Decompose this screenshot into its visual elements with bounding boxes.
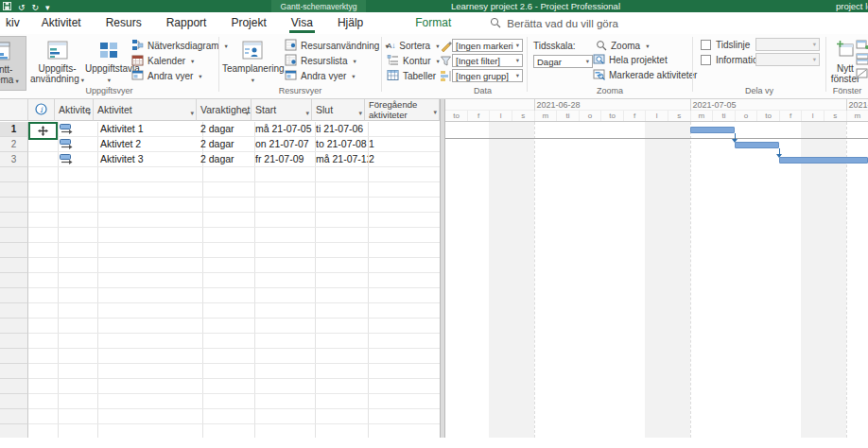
- cell-name[interactable]: [94, 198, 203, 213]
- column-header-slut[interactable]: Slut▾: [312, 99, 365, 121]
- cell-start[interactable]: [252, 243, 316, 258]
- cell-dur[interactable]: [197, 409, 255, 424]
- cell-pred[interactable]: [365, 182, 440, 198]
- column-filter-arrow-icon[interactable]: ▾: [433, 108, 437, 118]
- column-header-mode[interactable]: Aktivite▾: [55, 99, 94, 121]
- ribbon-tab-visa[interactable]: Visa: [279, 13, 325, 33]
- day-header-cell[interactable]: s: [668, 111, 690, 121]
- cell-slut[interactable]: [312, 349, 369, 364]
- cell-pred[interactable]: [365, 334, 440, 349]
- cell-dur[interactable]: [197, 303, 255, 319]
- cell-slut[interactable]: [312, 243, 369, 258]
- gantt-bar-task-3[interactable]: [779, 157, 868, 164]
- selected-cell[interactable]: [28, 122, 58, 140]
- cell-pred[interactable]: [365, 394, 440, 409]
- cell-name[interactable]: [94, 319, 203, 334]
- day-header-cell[interactable]: f: [623, 111, 646, 121]
- cell-num[interactable]: [0, 228, 28, 243]
- cell-pred[interactable]: 2: [365, 152, 440, 167]
- redo-icon[interactable]: ↻: [32, 3, 40, 12]
- cell-dur[interactable]: [197, 198, 255, 213]
- day-header-cell[interactable]: to: [600, 111, 623, 121]
- cell-slut[interactable]: [312, 424, 369, 438]
- cell-dur[interactable]: [197, 349, 255, 364]
- cell-start[interactable]: [252, 228, 316, 243]
- undo-icon[interactable]: ↺: [18, 3, 26, 12]
- cell-start[interactable]: [252, 394, 316, 409]
- cell-mode[interactable]: [55, 424, 98, 438]
- zooma-button[interactable]: Zooma▾: [596, 39, 649, 53]
- markerade-aktiviteter-button[interactable]: Markerade aktiviteter: [593, 68, 697, 82]
- cell-mode[interactable]: [55, 273, 98, 288]
- column-filter-arrow-icon[interactable]: ▾: [305, 110, 309, 117]
- ribbon-tab-rapport[interactable]: Rapport: [154, 13, 219, 33]
- cell-mode[interactable]: [55, 288, 98, 303]
- group-by-combo[interactable]: [Ingen grupp]▾: [452, 69, 523, 82]
- cell-start[interactable]: [252, 273, 316, 288]
- cell-mode[interactable]: [55, 349, 98, 364]
- andra-vyer-resurs-button[interactable]: Andra vyer▾: [285, 69, 356, 83]
- cell-name[interactable]: [94, 167, 203, 182]
- cell-pred[interactable]: [365, 409, 440, 424]
- cell-start[interactable]: [252, 182, 316, 198]
- day-header-cell[interactable]: m: [690, 111, 713, 121]
- cell-slut[interactable]: [312, 379, 369, 394]
- cell-pred[interactable]: [365, 349, 440, 364]
- cell-dur[interactable]: 2 dagar: [197, 152, 255, 167]
- day-header-cell[interactable]: ti: [712, 111, 735, 121]
- cell-mode[interactable]: [55, 122, 98, 137]
- cell-mode[interactable]: [55, 137, 98, 152]
- cell-mode[interactable]: [55, 258, 98, 273]
- cell-slut[interactable]: [312, 167, 369, 182]
- cell-mode[interactable]: [55, 182, 98, 198]
- cell-slut[interactable]: [312, 198, 369, 213]
- cell-mode[interactable]: [55, 409, 98, 424]
- cell-slut[interactable]: [312, 182, 369, 198]
- column-filter-arrow-icon[interactable]: ▾: [190, 110, 194, 117]
- cell-num[interactable]: [0, 167, 28, 182]
- kalender-button[interactable]: Kalender▾: [131, 54, 194, 68]
- arrange-all-icon[interactable]: [856, 52, 868, 64]
- ribbon-tab-format[interactable]: Format: [403, 13, 463, 33]
- cell-name[interactable]: [94, 364, 203, 379]
- cell-name[interactable]: [94, 394, 203, 409]
- ribbon-tab-hjälp[interactable]: Hjälp: [325, 13, 375, 33]
- cell-dur[interactable]: [197, 288, 255, 303]
- cell-num[interactable]: [0, 349, 28, 364]
- cell-dur[interactable]: [197, 243, 255, 258]
- gantt-bar-task-2[interactable]: [735, 142, 779, 148]
- uppgiftsanvandning-button[interactable]: Uppgifts-användning▾: [30, 36, 84, 91]
- column-header-dur[interactable]: Varaktighet▾: [197, 99, 252, 121]
- cell-start[interactable]: [252, 334, 316, 349]
- cell-name[interactable]: [94, 349, 203, 364]
- day-header-cell[interactable]: l: [801, 111, 824, 121]
- cell-name[interactable]: Aktivitet 3: [94, 152, 203, 167]
- cell-pred[interactable]: [365, 198, 440, 213]
- cell-num[interactable]: [0, 182, 28, 198]
- day-header-cell[interactable]: o: [579, 111, 601, 121]
- timescale-week-tier[interactable]: 2021-06-282021-07-052021-07-12: [445, 99, 868, 111]
- cell-num[interactable]: 2: [0, 137, 28, 152]
- cell-num[interactable]: [0, 273, 28, 288]
- day-header-cell[interactable]: m: [846, 111, 868, 121]
- cell-slut[interactable]: ti 21-07-06: [312, 122, 369, 137]
- cell-start[interactable]: [252, 349, 316, 364]
- timescale-header[interactable]: 2021-06-282021-07-052021-07-12toflsmtiot…: [445, 99, 868, 122]
- cell-slut[interactable]: [312, 228, 369, 243]
- day-header-cell[interactable]: o: [735, 111, 757, 121]
- cell-num[interactable]: [0, 243, 28, 258]
- cell-num[interactable]: [0, 258, 28, 273]
- cell-name[interactable]: [94, 424, 203, 438]
- cell-num[interactable]: [0, 394, 28, 409]
- day-header-cell[interactable]: f: [779, 111, 802, 121]
- cell-pred[interactable]: [365, 213, 440, 228]
- ribbon-tab-projekt[interactable]: Projekt: [218, 13, 278, 33]
- cell-pred[interactable]: [365, 122, 440, 137]
- cell-pred[interactable]: [365, 243, 440, 258]
- cell-num[interactable]: 3: [0, 152, 28, 167]
- day-header-cell[interactable]: f: [467, 111, 490, 121]
- cell-slut[interactable]: må 21-07-12: [312, 152, 369, 167]
- cell-pred[interactable]: [365, 319, 440, 334]
- teamplanering-button[interactable]: Teamplanering▾: [222, 36, 282, 91]
- cell-mode[interactable]: [55, 198, 98, 213]
